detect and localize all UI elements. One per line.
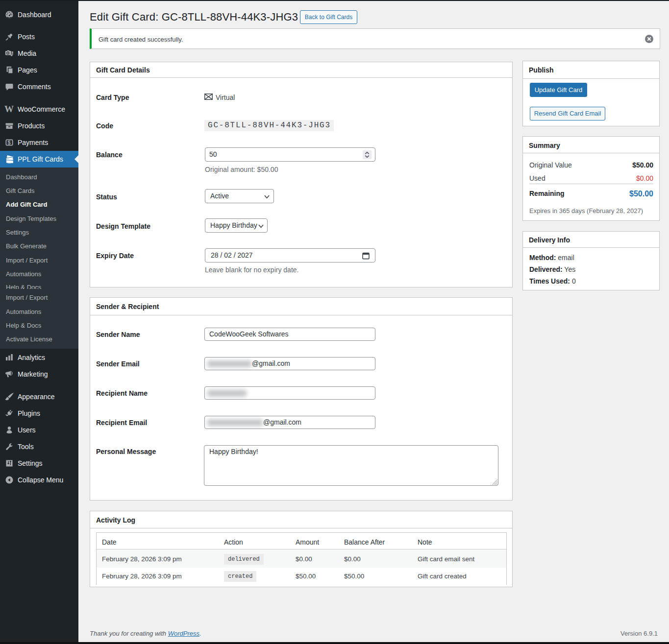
svg-text:W: W xyxy=(4,104,14,114)
svg-text:$: $ xyxy=(8,140,11,145)
